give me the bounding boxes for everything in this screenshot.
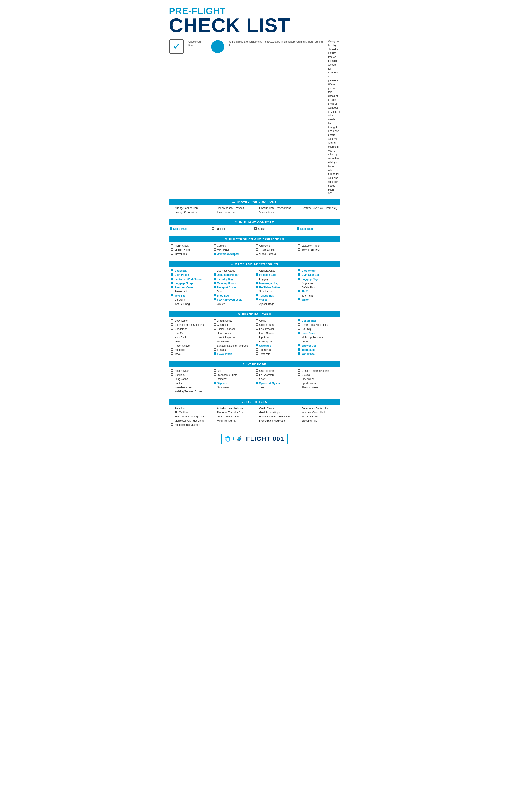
checkbox-icon bbox=[298, 323, 300, 325]
section-header-in-flight-comfort: 2. IN-FLIGHT COMFORT bbox=[169, 219, 340, 225]
checkbox-icon bbox=[213, 411, 216, 413]
list-item: Camera Case bbox=[256, 269, 296, 273]
list-item: Increase Credit Limit bbox=[298, 411, 338, 414]
checkbox-icon bbox=[171, 352, 173, 355]
item-label: Luggage Strap bbox=[175, 282, 193, 285]
luggage-icon: 🧳 bbox=[236, 436, 242, 442]
list-item: Lip Balm bbox=[256, 336, 296, 339]
item-label: Document Holder bbox=[217, 273, 239, 277]
section-content-essentials: AntacidsFlu MedicineInternational Drivin… bbox=[169, 405, 340, 429]
item-label: Luggage Tag bbox=[302, 277, 318, 281]
item-label: Nail Clipper bbox=[259, 340, 273, 343]
item-label: Luggage bbox=[259, 277, 269, 281]
checkbox-icon bbox=[212, 227, 214, 229]
title-line2: CHECK LIST bbox=[169, 15, 340, 35]
column: Credit CardsGuidebooks/MapsFever/Headach… bbox=[254, 407, 297, 428]
list-item: Torchlight bbox=[298, 294, 338, 298]
list-item: Long Johns bbox=[171, 377, 211, 381]
item-label: Sunglasses bbox=[259, 290, 273, 293]
list-item: Mobile Phone bbox=[171, 248, 211, 252]
legend-row: ✔ Check your item Items in blue are avai… bbox=[169, 39, 340, 195]
list-item: Tote Bag bbox=[171, 294, 211, 298]
column: Emergency Contact ListIncrease Credit Li… bbox=[297, 407, 339, 428]
checkbox-icon bbox=[298, 278, 300, 280]
list-item: Crease-resistant Clothes bbox=[298, 369, 338, 373]
item-label: Toiletry Bag bbox=[259, 294, 274, 298]
column: Crease-resistant ClothesGlovesSleepwearS… bbox=[297, 369, 339, 394]
list-item: Hair Gel bbox=[171, 332, 211, 335]
item-label: Shampoo bbox=[259, 344, 271, 347]
checkbox-icon bbox=[256, 298, 258, 301]
list-item: Toothpaste bbox=[298, 348, 338, 352]
checkbox-icon bbox=[213, 332, 216, 334]
list-item: Chargers bbox=[256, 244, 296, 248]
checkbox-icon bbox=[256, 386, 258, 388]
globe-icon: 🌐 bbox=[225, 436, 231, 442]
item-label: Travel Wash bbox=[217, 352, 232, 356]
item-label: Foldable Bag bbox=[259, 273, 275, 277]
item-label: Mild Laxatives bbox=[302, 415, 318, 418]
item-label: Cardholder bbox=[302, 269, 315, 273]
list-item: Universal Adapter bbox=[213, 252, 253, 256]
list-item: Sanitary Napkins/Tampons bbox=[213, 344, 253, 347]
list-item: Slippers bbox=[213, 381, 253, 385]
section-header-wardrobe: 6. WARDROBE bbox=[169, 361, 340, 367]
list-item: Jet Lag Medication bbox=[213, 415, 253, 418]
list-item: Confirm Hotel Reservations bbox=[256, 206, 296, 210]
checkbox-icon bbox=[213, 340, 216, 342]
item-label: Raincoat bbox=[217, 377, 227, 381]
item-label: MP3 Player bbox=[217, 248, 231, 252]
item-label: Body Lotion bbox=[175, 319, 188, 322]
list-item: Towel bbox=[171, 352, 211, 356]
list-item: Walking/Running Shoes bbox=[171, 390, 211, 393]
checkbox-icon bbox=[213, 282, 216, 284]
checkbox-icon bbox=[256, 248, 258, 251]
list-item: Messenger Bag bbox=[256, 282, 296, 285]
list-item: Scarf bbox=[256, 377, 296, 381]
checkbox-icon bbox=[298, 415, 300, 417]
item-label: Arrange for Pet Care bbox=[175, 206, 199, 210]
checkbox-icon bbox=[298, 248, 300, 251]
item-label: Tote Bag bbox=[175, 294, 185, 298]
item-label: Alarm Clock bbox=[175, 244, 189, 248]
section-header-travel-preparations: 1. TRAVEL PREPARATIONS bbox=[169, 198, 340, 205]
list-item: Arrange for Pet Care bbox=[171, 206, 211, 210]
item-label: Medicated Oil/Tiger Balm bbox=[175, 419, 204, 423]
item-label: Thermal Wear bbox=[302, 386, 318, 389]
checkbox-icon bbox=[171, 290, 173, 292]
column: CardholderGym Gear BagLuggage TagOrganis… bbox=[297, 269, 339, 307]
checkbox-icon bbox=[171, 282, 173, 284]
list-item: Hair Clip bbox=[298, 327, 338, 331]
item-label: Comb bbox=[259, 319, 266, 322]
list-item: Coin Pouch bbox=[171, 273, 211, 277]
list-item: Fever/Headache Medicine bbox=[256, 415, 296, 418]
item-label: Wet Suit Bag bbox=[175, 302, 190, 306]
checkbox-icon bbox=[171, 327, 173, 330]
item-label: Tissues bbox=[217, 348, 226, 352]
item-label: Check/Renew Passport bbox=[217, 206, 244, 210]
checkbox-icon bbox=[256, 286, 258, 288]
item-label: Laptop or iPad Sleeve bbox=[175, 277, 202, 281]
item-label: Make-up Remover bbox=[302, 336, 323, 339]
list-item: Umbrella bbox=[171, 298, 211, 302]
checkbox-icon bbox=[213, 298, 216, 301]
item-label: Wallet bbox=[259, 298, 267, 302]
item-label: Prescription Medication bbox=[259, 419, 286, 423]
list-item: Sewing Kit bbox=[171, 290, 211, 293]
item-label: Belt bbox=[217, 369, 222, 373]
item-label: Toothbrush bbox=[259, 348, 272, 352]
checkbox-icon bbox=[256, 348, 258, 350]
item-label: Conditioner bbox=[302, 319, 316, 322]
list-item: Travel Cooker bbox=[256, 248, 296, 252]
checkbox-icon bbox=[213, 286, 216, 288]
checkbox-icon bbox=[213, 373, 216, 376]
checkbox-icon bbox=[256, 327, 258, 330]
footer-box: 🌐 ✈ 🧳 FLIGHT 001 bbox=[221, 434, 288, 444]
item-label: Universal Adapter bbox=[217, 252, 239, 256]
item-label: Hand Soap bbox=[302, 332, 315, 335]
column: Business CardsDocument HolderLaundry Bag… bbox=[212, 269, 255, 307]
list-item: Heat Pack bbox=[171, 336, 211, 339]
list-item: Make-up Pouch bbox=[213, 282, 253, 285]
item-label: Hair Clip bbox=[302, 327, 312, 331]
item-label: Moisturiser bbox=[217, 340, 230, 343]
